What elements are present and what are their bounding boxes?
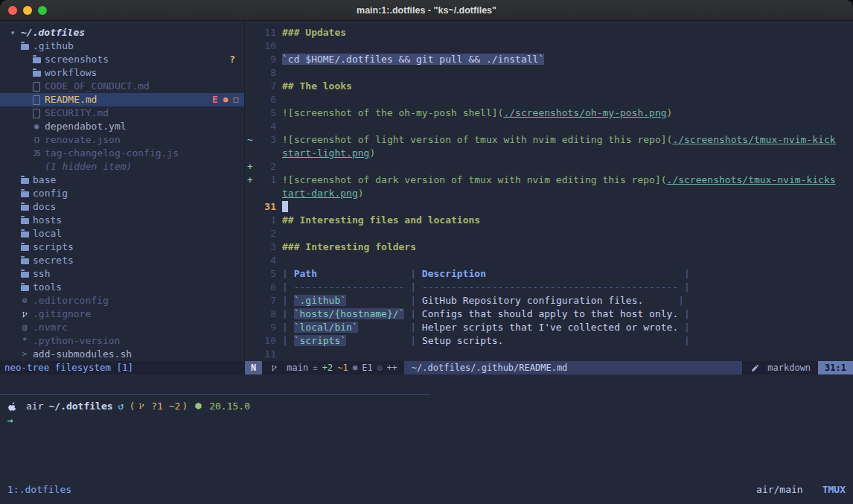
git-branch-icon xyxy=(136,400,147,413)
editor-line[interactable]: 9| `local/bin` | Helper scripts that I'v… xyxy=(245,321,853,334)
close-button[interactable] xyxy=(8,6,17,15)
filetype-segment: markdown xyxy=(742,361,818,374)
tree-item-gitignore[interactable]: .gitignore xyxy=(0,307,244,321)
tree-item-github[interactable]: .github xyxy=(0,39,244,53)
zoom-button[interactable] xyxy=(38,6,47,15)
line-text xyxy=(276,66,853,80)
editor-line[interactable]: 7| `.github` | GitHub Repository configu… xyxy=(245,294,853,307)
tree-item-label: docs xyxy=(33,200,56,214)
editor-line[interactable]: 5| Path | Description | xyxy=(245,267,853,281)
editor-line[interactable]: 4 xyxy=(245,254,853,267)
editor-line[interactable]: 1## Interesting files and locations xyxy=(245,214,853,227)
tree-item-screenshots[interactable]: screenshots? xyxy=(0,53,244,66)
titlebar: main:1:.dotfiles - "ks~/.dotfiles" xyxy=(0,0,853,21)
editor-line[interactable]: +1![screenshot of dark version of tmux w… xyxy=(245,173,853,187)
tree-item-config[interactable]: config xyxy=(0,187,244,200)
tree-item-ssh[interactable]: ssh xyxy=(0,267,244,281)
sign-column xyxy=(245,66,255,80)
minimize-button[interactable] xyxy=(23,6,32,15)
sign-column xyxy=(245,106,255,120)
tree-item-workflows[interactable]: workflows xyxy=(0,66,244,80)
tree-item-label: SECURITY.md xyxy=(45,106,109,120)
tree-item-base[interactable]: base xyxy=(0,173,244,187)
line-number: 5 xyxy=(255,106,276,120)
sign-column xyxy=(245,307,255,321)
tree-item-nvmrc[interactable]: @.nvmrc xyxy=(0,321,244,334)
line-text xyxy=(276,160,853,173)
tree-item-secrets[interactable]: secrets xyxy=(0,254,244,267)
editor-line[interactable]: 3### Interesting folders xyxy=(245,240,853,254)
tmux-pane-border[interactable] xyxy=(0,394,430,395)
tree-item-label: ~/.dotfiles xyxy=(21,26,85,39)
line-number: 5 xyxy=(255,267,276,281)
editor-line[interactable]: 9`cd $HOME/.dotfiles && git pull && ./in… xyxy=(245,53,853,66)
diff-added: +2 xyxy=(322,361,333,374)
editor-line[interactable]: 8| `hosts/{hostname}/` | Configs that sh… xyxy=(245,307,853,321)
tree-item-renovate-json[interactable]: {}renovate.json xyxy=(0,133,244,147)
prompt-git-status: ?1 ~2 xyxy=(151,400,180,413)
tree-item-local[interactable]: local xyxy=(0,227,244,240)
tree-item-dependabot-yml[interactable]: ◉dependabot.yml xyxy=(0,120,244,133)
tree-item-docs[interactable]: docs xyxy=(0,200,244,214)
tree-item-python-version[interactable]: *.python-version xyxy=(0,334,244,348)
line-number: 7 xyxy=(255,80,276,93)
tree-item-add-submodules-sh[interactable]: >add-submodules.sh xyxy=(0,348,244,361)
tmux-window-name[interactable]: 1:.dotfiles xyxy=(7,483,71,497)
editor-line[interactable]: 11### Updates xyxy=(245,26,853,39)
editor-line[interactable]: 10| `scripts` | Setup scripts. | xyxy=(245,334,853,348)
sign-column xyxy=(245,240,255,254)
editor-buffer[interactable]: 11### Updates109`cd $HOME/.dotfiles && g… xyxy=(245,21,853,361)
tree-item-readme-md[interactable]: README.mdE●□ xyxy=(0,93,244,106)
tree-item-1-hidden-item[interactable]: (1 hidden item) xyxy=(0,160,244,173)
shell-pane[interactable]: air ~/.dotfiles ↺ (?1 ~2) 20.15.0 → xyxy=(7,399,846,427)
line-number xyxy=(255,187,276,200)
line-number: 9 xyxy=(255,53,276,66)
status-extra: ++ xyxy=(386,361,397,374)
tree-item-label: tools xyxy=(33,281,62,294)
line-text: | `hosts/{hostname}/` | Configs that sho… xyxy=(276,307,853,321)
tree-item-label: screenshots xyxy=(45,53,109,66)
tree-item-label: tag-changelog-config.js xyxy=(45,147,179,160)
sign-column xyxy=(245,267,255,281)
editor-line[interactable]: start-light.png) xyxy=(245,147,853,160)
filetype: markdown xyxy=(767,361,811,374)
prompt-input-line[interactable]: → xyxy=(7,413,846,427)
braces-icon: {} xyxy=(31,133,42,147)
folder-icon xyxy=(19,214,30,227)
editor-line[interactable]: 2 xyxy=(245,227,853,240)
tree-item-security-md[interactable]: SECURITY.md xyxy=(0,106,244,120)
folder-icon xyxy=(31,53,42,66)
editor-line[interactable]: 10 xyxy=(245,39,853,53)
tree-item-editorconfig[interactable]: ⚙.editorconfig xyxy=(0,294,244,307)
tree-item-scripts[interactable]: scripts xyxy=(0,240,244,254)
git-untracked-badge: ? xyxy=(229,53,244,66)
editor-line[interactable]: 7## The looks xyxy=(245,80,853,93)
prompt-git-segment: (?1 ~2) xyxy=(129,400,188,413)
tree-item-dotfiles[interactable]: ▾~/.dotfiles xyxy=(0,26,244,39)
tree-item-code-of-conduct-md[interactable]: CODE_OF_CONDUCT.md xyxy=(0,80,244,93)
tree-item-hosts[interactable]: hosts xyxy=(0,214,244,227)
editor-line[interactable]: 4 xyxy=(245,120,853,133)
editor-line[interactable]: 11 xyxy=(245,348,853,361)
line-number: 10 xyxy=(255,334,276,348)
editor-line[interactable]: 6 xyxy=(245,93,853,106)
neo-tree-panel: ▾~/.dotfiles.githubscreenshots?workflows… xyxy=(0,21,245,374)
editor-line[interactable]: 5![screenshot of the oh-my-posh shell](.… xyxy=(245,106,853,120)
editor-line[interactable]: +2 xyxy=(245,160,853,173)
line-number: 3 xyxy=(255,133,276,147)
line-number: 8 xyxy=(255,307,276,321)
shell-icon: > xyxy=(19,348,30,361)
node-version: 20.15.0 xyxy=(209,400,250,413)
tree-item-tools[interactable]: tools xyxy=(0,281,244,294)
robot-icon: ◉ xyxy=(31,120,42,133)
editor-line[interactable]: 6| ------------------- | ---------------… xyxy=(245,281,853,294)
tree-item-tag-changelog-config-js[interactable]: JStag-changelog-config.js xyxy=(0,147,244,160)
tmux-label: TMUX xyxy=(822,483,846,497)
editor-line[interactable]: tart-dark.png) xyxy=(245,187,853,200)
line-number: 31 xyxy=(255,200,276,214)
editor-line[interactable]: ~3![screenshot of light version of tmux … xyxy=(245,133,853,147)
line-text xyxy=(276,227,853,240)
prompt-node-segment: 20.15.0 xyxy=(193,400,250,413)
editor-line[interactable]: 31 xyxy=(245,200,853,214)
editor-line[interactable]: 8 xyxy=(245,66,853,80)
